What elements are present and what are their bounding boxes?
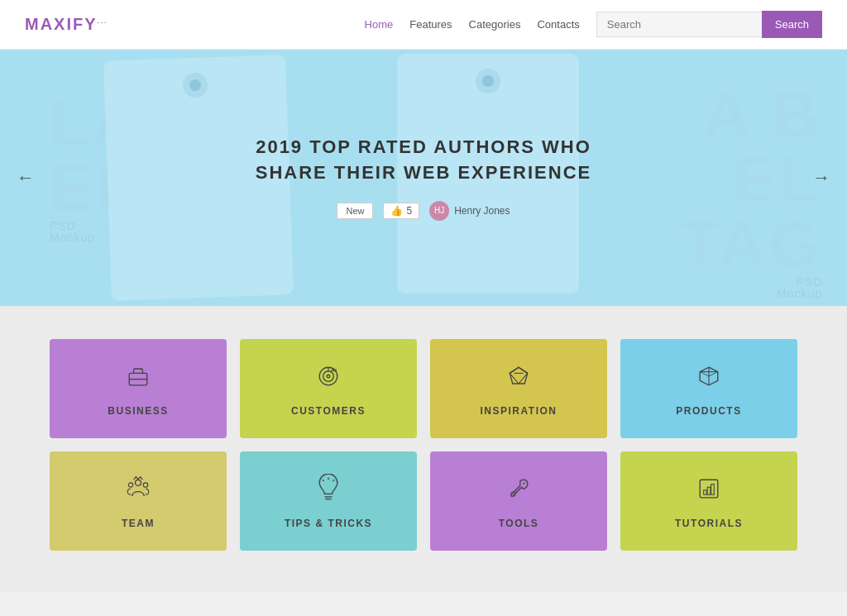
search-input[interactable] <box>596 12 762 37</box>
svg-point-15 <box>135 480 141 485</box>
category-team-label: TEAM <box>122 518 155 529</box>
nav-home[interactable]: Home <box>365 18 394 31</box>
logo: MAXIFY... <box>25 15 108 34</box>
header: MAXIFY... Home Features Categories Conta… <box>0 0 847 50</box>
watermark-right: A B EL TAG PSDMockup <box>681 83 822 299</box>
svg-line-21 <box>333 480 334 481</box>
wrench-icon <box>504 474 534 508</box>
svg-rect-27 <box>707 487 711 494</box>
svg-line-22 <box>323 480 324 481</box>
svg-point-4 <box>327 375 330 378</box>
svg-line-13 <box>700 371 709 375</box>
categories-grid: BUSINESS CUSTOMERS <box>50 339 797 551</box>
logo-dot: ... <box>98 17 108 25</box>
nav-categories[interactable]: Categories <box>469 18 521 31</box>
category-inspiration[interactable]: INSPIRATION <box>430 339 607 438</box>
box-icon <box>694 361 724 395</box>
search-button[interactable]: Search <box>762 11 822 38</box>
svg-rect-26 <box>704 489 707 494</box>
nav-contacts[interactable]: Contacts <box>537 18 579 31</box>
svg-line-14 <box>709 371 718 375</box>
author-info: HJ Henry Jones <box>429 201 510 221</box>
hero-section: LAB EL PSDMockup A B EL TAG PSDMockup ← … <box>0 50 847 306</box>
thumb-icon: 👍 <box>390 205 403 217</box>
svg-marker-6 <box>510 367 528 384</box>
category-tips-tricks[interactable]: TIPS & TRICKS <box>240 451 417 551</box>
category-customers-label: CUSTOMERS <box>291 405 366 417</box>
category-products-label: PRODUCTS <box>676 405 741 417</box>
team-icon <box>123 474 153 508</box>
diamond-icon <box>504 361 534 395</box>
category-customers[interactable]: CUSTOMERS <box>240 339 417 438</box>
category-tools[interactable]: TOOLS <box>430 451 607 551</box>
main-nav: Home Features Categories Contacts Search <box>365 11 822 38</box>
category-business-label: BUSINESS <box>108 405 168 417</box>
category-products[interactable]: PRODUCTS <box>620 339 797 438</box>
svg-point-23 <box>513 491 516 494</box>
svg-rect-28 <box>711 484 715 494</box>
svg-point-17 <box>143 482 147 486</box>
lightbulb-icon <box>313 474 343 508</box>
search-bar: Search <box>596 11 822 38</box>
target-icon <box>313 361 343 395</box>
chart-icon <box>694 474 724 508</box>
category-tools-label: TOOLS <box>499 518 539 529</box>
logo-text: MAXIFY <box>25 15 98 33</box>
hero-meta: New 👍 5 HJ Henry Jones <box>256 201 592 221</box>
hero-arrow-right[interactable]: → <box>812 167 830 189</box>
hero-arrow-left[interactable]: ← <box>17 167 35 189</box>
categories-section: BUSINESS CUSTOMERS <box>0 306 847 592</box>
category-tutorials[interactable]: TUTORIALS <box>620 451 797 551</box>
likes-badge: 👍 5 <box>383 203 419 219</box>
badge-new: New <box>337 203 373 219</box>
briefcase-icon <box>123 361 153 395</box>
author-name: Henry Jones <box>454 205 510 217</box>
author-avatar: HJ <box>429 201 449 221</box>
svg-point-16 <box>128 482 132 486</box>
category-team[interactable]: TEAM <box>50 451 227 551</box>
category-business[interactable]: BUSINESS <box>50 339 227 438</box>
category-tutorials-label: TUTORIALS <box>675 518 743 529</box>
svg-point-3 <box>323 370 334 381</box>
category-tips-tricks-label: TIPS & TRICKS <box>285 518 372 529</box>
svg-line-24 <box>523 482 524 484</box>
hero-content: 2019 TOP RATED AUTHORS WHO SHARE THEIR W… <box>256 135 592 221</box>
hero-title: 2019 TOP RATED AUTHORS WHO SHARE THEIR W… <box>256 135 592 186</box>
category-inspiration-label: INSPIRATION <box>481 405 557 417</box>
likes-count: 5 <box>406 205 412 217</box>
nav-features[interactable]: Features <box>409 18 452 31</box>
